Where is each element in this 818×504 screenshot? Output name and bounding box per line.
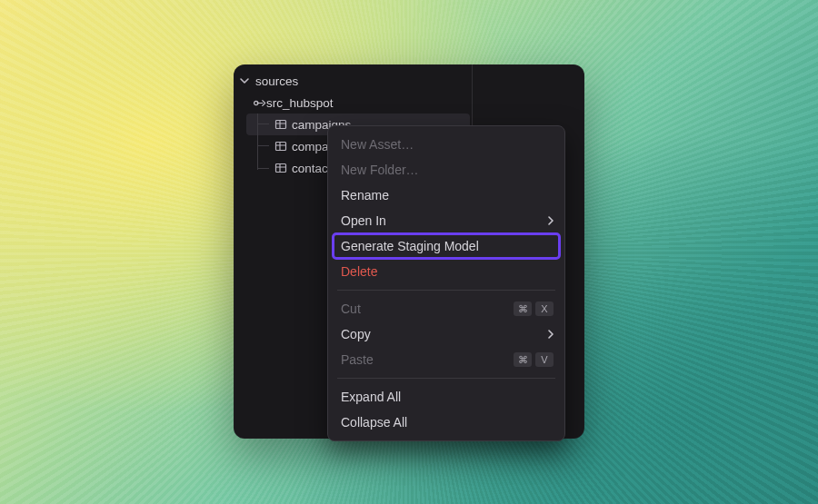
menu-item-label: Open In [341,213,552,228]
cmd-key-icon: ⌘ [514,301,532,316]
table-icon [274,162,287,175]
menu-item-delete[interactable]: Delete [328,259,564,284]
table-icon [274,118,287,132]
menu-item-label: New Asset… [341,137,552,152]
tree-source-node[interactable]: src_hubspot [237,92,470,114]
chevron-down-icon [237,74,251,88]
menu-item-copy[interactable]: Copy [328,321,564,347]
keyboard-shortcut: ⌘ X [514,301,554,316]
tree-source-label: src_hubspot [266,96,334,110]
menu-item-expand-all[interactable]: Expand All [328,384,564,410]
menu-item-new-asset[interactable]: New Asset… [328,132,564,157]
cmd-key-icon: ⌘ [514,352,532,367]
menu-item-label: New Folder… [341,163,552,177]
source-node-icon [253,96,266,110]
chevron-right-icon [546,329,555,340]
menu-item-label: Rename [341,188,552,203]
menu-item-paste[interactable]: Paste ⌘ V [328,347,564,372]
menu-separator [337,378,555,379]
menu-item-rename[interactable]: Rename [328,183,564,208]
table-icon [274,140,287,153]
menu-item-open-in[interactable]: Open In [328,208,564,233]
tree-root-label: sources [251,74,298,88]
menu-item-label: Copy [341,327,552,341]
tree-item-label: contac [287,162,328,175]
menu-item-new-folder[interactable]: New Folder… [328,157,564,183]
menu-separator [337,290,555,291]
shortcut-key: X [535,301,554,316]
chevron-right-icon [546,215,555,226]
menu-item-label: Delete [341,264,552,279]
menu-item-label: Expand All [341,390,552,404]
menu-item-collapse-all[interactable]: Collapse All [328,410,564,435]
tree-elbow-icon [257,157,269,169]
menu-item-label: Collapse All [341,415,552,430]
tree-elbow-icon [257,135,269,157]
svg-rect-3 [275,164,285,173]
tree-item-label: compa [287,140,329,153]
keyboard-shortcut: ⌘ V [514,352,554,367]
shortcut-key: V [535,352,554,367]
menu-item-generate-staging-model[interactable]: Generate Staging Model [334,234,559,258]
tree-elbow-icon [257,114,269,135]
svg-rect-1 [275,121,285,129]
menu-item-cut[interactable]: Cut ⌘ X [328,296,564,321]
context-menu: New Asset… New Folder… Rename Open In Ge… [327,125,565,441]
tree-root-sources[interactable]: sources [234,70,470,92]
svg-rect-2 [275,143,285,151]
menu-item-label: Generate Staging Model [341,239,552,253]
